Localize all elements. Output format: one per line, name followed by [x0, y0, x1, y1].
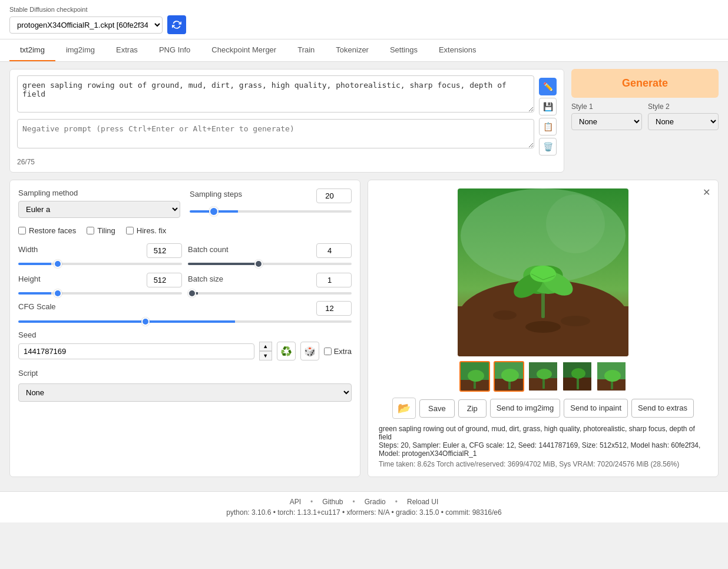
extra-input[interactable]	[324, 348, 332, 355]
seed-label: Seed	[18, 330, 352, 339]
action-buttons: 📂 Save Zip Send to img2img Send to inpai…	[376, 398, 710, 419]
zip-button[interactable]: Zip	[458, 399, 487, 418]
positive-prompt[interactable]: green sapling rowing out of ground, mud,…	[17, 75, 534, 113]
height-input[interactable]	[147, 273, 182, 287]
refresh-button[interactable]	[167, 15, 186, 34]
hires-fix-checkbox[interactable]: Hires. fix	[126, 226, 167, 235]
tab-checkpoint-merger[interactable]: Checkpoint Merger	[201, 39, 287, 61]
footer: API • Github • Gradio • Reload UI python…	[0, 491, 728, 522]
prompt-section: green sapling rowing out of ground, mud,…	[9, 69, 564, 173]
seed-recycle-button[interactable]: ♻️	[277, 342, 296, 360]
hires-fix-label: Hires. fix	[137, 226, 167, 235]
thumbnails-row	[376, 361, 710, 392]
seed-steppers: ▲ ▼	[259, 342, 272, 360]
prompt-area: green sapling rowing out of ground, mud,…	[9, 69, 564, 173]
hires-fix-input[interactable]	[126, 227, 134, 234]
seed-dice-button[interactable]: 🎲	[300, 342, 319, 360]
sampling-method-select[interactable]: Euler a	[18, 201, 180, 218]
restore-faces-label: Restore faces	[29, 226, 76, 235]
trash-prompt-icon-btn[interactable]: 🗑️	[539, 138, 557, 156]
tab-tokenizer[interactable]: Tokenizer	[325, 39, 379, 61]
restore-faces-checkbox[interactable]: Restore faces	[18, 226, 76, 235]
style2-select[interactable]: None	[648, 113, 719, 130]
tab-img2img[interactable]: img2img	[55, 39, 105, 61]
save-button[interactable]: Save	[419, 399, 455, 418]
image-time-text: Time taken: 8.62s Torch active/reserved:…	[379, 460, 707, 468]
send-to-inpaint-button[interactable]: Send to inpaint	[564, 399, 628, 418]
batch-count-input[interactable]	[316, 243, 352, 258]
batch-size-slider[interactable]	[188, 292, 352, 295]
sampling-steps-input[interactable]	[316, 188, 352, 203]
right-panel: ✕	[368, 180, 719, 477]
sampling-row: Sampling method Euler a Sampling steps	[18, 188, 352, 218]
svg-point-23	[501, 369, 519, 382]
svg-point-31	[571, 368, 585, 379]
github-link[interactable]: Github	[322, 498, 343, 506]
left-panel: Sampling method Euler a Sampling steps	[9, 180, 360, 477]
cfg-section: CFG Scale	[18, 301, 352, 325]
width-input[interactable]	[147, 243, 182, 258]
thumbnail-2[interactable]	[494, 361, 524, 392]
prompt-icon-group: ✏️ 💾 📋 🗑️	[539, 75, 557, 156]
open-folder-button[interactable]: 📂	[392, 398, 416, 419]
tab-train[interactable]: Train	[287, 39, 325, 61]
sampling-method-group: Sampling method Euler a	[18, 188, 180, 218]
svg-point-5	[561, 316, 590, 326]
main-image	[458, 188, 628, 356]
extra-checkbox[interactable]: Extra	[324, 347, 352, 356]
gradio-link[interactable]: Gradio	[365, 498, 386, 506]
svg-point-19	[468, 370, 484, 382]
cfg-slider[interactable]	[18, 320, 352, 323]
width-slider[interactable]	[18, 263, 182, 265]
image-details-text: Steps: 20, Sampler: Euler a, CFG scale: …	[379, 441, 707, 458]
thumbnail-3[interactable]	[528, 361, 558, 392]
negative-prompt[interactable]	[17, 119, 534, 148]
style1-select[interactable]: None	[571, 113, 642, 130]
tiling-label: Tiling	[97, 226, 115, 235]
batch-size-input[interactable]	[316, 273, 352, 287]
thumbnail-1[interactable]	[459, 361, 490, 392]
send-to-extras-button[interactable]: Send to extras	[631, 399, 694, 418]
svg-point-6	[525, 321, 561, 333]
batch-count-slider[interactable]	[188, 263, 352, 265]
api-link[interactable]: API	[290, 498, 301, 506]
svg-point-35	[604, 370, 621, 382]
script-label: Script	[18, 369, 352, 378]
seed-input[interactable]	[18, 343, 254, 359]
tiling-checkbox[interactable]: Tiling	[87, 226, 115, 235]
save-prompt-icon-btn[interactable]: 💾	[539, 98, 557, 115]
width-group: Width	[18, 243, 182, 267]
sampling-steps-slider[interactable]	[190, 210, 352, 213]
tab-extensions[interactable]: Extensions	[428, 39, 487, 61]
tab-settings[interactable]: Settings	[379, 39, 428, 61]
sampling-method-label: Sampling method	[18, 188, 180, 197]
script-select[interactable]: None	[18, 383, 352, 402]
image-info: green sapling rowing out of ground, mud,…	[376, 425, 710, 468]
tab-extras[interactable]: Extras	[105, 39, 148, 61]
thumbnail-5[interactable]	[596, 361, 627, 392]
tab-png-info[interactable]: PNG Info	[148, 39, 201, 61]
load-prompt-icon-btn[interactable]: 📋	[539, 118, 557, 135]
seed-up-button[interactable]: ▲	[259, 342, 272, 351]
style2-label: Style 2	[648, 102, 719, 111]
seed-down-button[interactable]: ▼	[259, 351, 272, 360]
checkpoint-row: protogenX34OfficialR_1.ckpt [60fe2f34]	[9, 15, 719, 34]
batch-group: Batch count Batch size	[188, 243, 352, 296]
edit-prompt-icon-btn[interactable]: ✏️	[539, 78, 557, 95]
cfg-input[interactable]	[316, 301, 352, 316]
close-button[interactable]: ✕	[699, 185, 713, 199]
top-bar: Stable Diffusion checkpoint protogenX34O…	[0, 0, 728, 39]
tab-txt2img[interactable]: txt2img	[9, 39, 55, 61]
thumbnail-4[interactable]	[562, 361, 593, 392]
svg-point-4	[493, 310, 517, 320]
height-slider[interactable]	[18, 292, 182, 295]
dims-batch-row: Width Height	[18, 243, 352, 296]
restore-faces-input[interactable]	[18, 227, 26, 234]
generate-button[interactable]: Generate	[571, 69, 719, 98]
generate-section: Generate Style 1 None Style 2 None	[571, 69, 719, 130]
send-to-img2img-button[interactable]: Send to img2img	[490, 399, 561, 418]
reload-ui-link[interactable]: Reload UI	[407, 498, 438, 506]
checkpoint-select[interactable]: protogenX34OfficialR_1.ckpt [60fe2f34]	[9, 16, 163, 34]
tiling-input[interactable]	[87, 227, 94, 234]
style1-label: Style 1	[571, 102, 642, 111]
